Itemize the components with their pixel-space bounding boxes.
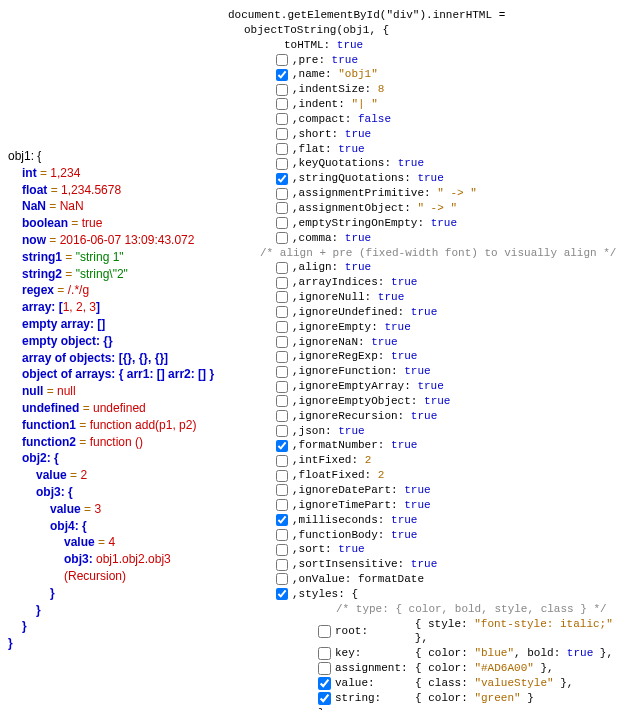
close-brace: } (8, 618, 218, 635)
option-line: ,compact: false (228, 112, 632, 127)
style-body: { class: "valueStyle" }, (415, 676, 573, 691)
prop-null: null = null (8, 383, 218, 400)
option-line: ,align: true (228, 260, 632, 275)
close-brace: } (8, 635, 218, 652)
option-checkbox[interactable] (276, 440, 288, 452)
option-text: ,align: true (292, 260, 371, 275)
option-text: ,emptyStringOnEmpty: true (292, 216, 457, 231)
option-line: ,ignoreEmptyArray: true (228, 379, 632, 394)
option-text: ,stringQuotations: true (292, 171, 444, 186)
option-line: ,indent: "| " (228, 97, 632, 112)
option-checkbox[interactable] (276, 544, 288, 556)
style-checkbox[interactable] (318, 692, 331, 705)
style-label: value: (335, 676, 411, 691)
option-text: ,intFixed: 2 (292, 453, 371, 468)
option-checkbox[interactable] (276, 69, 288, 81)
style-label: root: (335, 624, 411, 639)
styles-comment: /* type: { color, bold, style, class } *… (318, 602, 632, 617)
option-checkbox[interactable] (276, 306, 288, 318)
close-brace: } (8, 602, 218, 619)
option-checkbox[interactable] (276, 410, 288, 422)
option-line: ,formatNumber: true (228, 438, 632, 453)
option-line: ,sortInsensitive: true (228, 557, 632, 572)
option-line: ,comma: true (228, 231, 632, 246)
option-text: ,arrayIndices: true (292, 275, 417, 290)
obj4-recursion: obj3: obj1.obj2.obj3 (Recursion) (8, 551, 218, 585)
option-checkbox[interactable] (276, 262, 288, 274)
option-line: ,ignoreRegExp: true (228, 349, 632, 364)
option-line: ,ignoreNaN: true (228, 335, 632, 350)
prop-now: now = 2016-06-07 13:09:43.072 (8, 232, 218, 249)
option-text: ,milliseconds: true (292, 513, 417, 528)
option-checkbox[interactable] (276, 381, 288, 393)
option-text: ,formatNumber: true (292, 438, 417, 453)
option-line: ,flat: true (228, 142, 632, 157)
option-text: ,ignoreFunction: true (292, 364, 431, 379)
option-checkbox[interactable] (276, 277, 288, 289)
code-header-1: document.getElementById("div").innerHTML… (228, 8, 632, 23)
obj3-open: obj3: { (8, 484, 218, 501)
option-checkbox[interactable] (276, 321, 288, 333)
obj4-value: value = 4 (8, 534, 218, 551)
option-checkbox[interactable] (276, 588, 288, 600)
option-checkbox[interactable] (276, 202, 288, 214)
option-text: ,onValue: formatDate (292, 572, 424, 587)
option-text: ,keyQuotations: true (292, 156, 424, 171)
option-checkbox[interactable] (276, 351, 288, 363)
align-comment: /* align + pre (fixed-width font) to vis… (228, 246, 632, 261)
style-body: { color: "blue", bold: true }, (415, 646, 613, 661)
option-text: ,indent: "| " (292, 97, 378, 112)
style-row: value:{ class: "valueStyle" }, (318, 676, 632, 691)
styles-close: } (318, 706, 632, 710)
style-checkbox[interactable] (318, 677, 331, 690)
option-checkbox[interactable] (276, 113, 288, 125)
option-line: ,ignoreRecursion: true (228, 409, 632, 424)
option-checkbox[interactable] (276, 98, 288, 110)
option-checkbox[interactable] (276, 425, 288, 437)
option-checkbox[interactable] (276, 173, 288, 185)
option-line: ,json: true (228, 424, 632, 439)
option-text: ,short: true (292, 127, 371, 142)
prop-empty-object: empty object: {} (8, 333, 218, 350)
option-checkbox[interactable] (276, 484, 288, 496)
option-checkbox[interactable] (276, 84, 288, 96)
style-checkbox[interactable] (318, 662, 331, 675)
option-checkbox[interactable] (276, 158, 288, 170)
option-checkbox[interactable] (276, 54, 288, 66)
option-checkbox[interactable] (276, 336, 288, 348)
option-checkbox[interactable] (276, 395, 288, 407)
option-line: ,short: true (228, 127, 632, 142)
prop-array: array: [1, 2, 3] (8, 299, 218, 316)
prop-function1: function1 = function add(p1, p2) (8, 417, 218, 434)
option-text: ,styles: { (292, 587, 358, 602)
style-row: root:{ style: "font-style: italic;" }, (318, 617, 632, 647)
option-line: ,stringQuotations: true (228, 171, 632, 186)
prop-float: float = 1,234.5678 (8, 182, 218, 199)
style-row: string:{ color: "green" } (318, 691, 632, 706)
option-checkbox[interactable] (276, 573, 288, 585)
option-checkbox[interactable] (276, 499, 288, 511)
option-text: ,floatFixed: 2 (292, 468, 384, 483)
option-checkbox[interactable] (276, 128, 288, 140)
option-text: ,name: "obj1" (292, 67, 378, 82)
option-checkbox[interactable] (276, 217, 288, 229)
option-checkbox[interactable] (276, 470, 288, 482)
prop-string2: string2 = "string\"2" (8, 266, 218, 283)
option-checkbox[interactable] (276, 232, 288, 244)
option-checkbox[interactable] (276, 529, 288, 541)
option-checkbox[interactable] (276, 455, 288, 467)
style-checkbox[interactable] (318, 647, 331, 660)
option-text: ,ignoreNaN: true (292, 335, 398, 350)
code-header-2: objectToString(obj1, { (228, 23, 632, 38)
option-line: ,ignoreUndefined: true (228, 305, 632, 320)
option-line: ,ignoreEmptyObject: true (228, 394, 632, 409)
style-checkbox[interactable] (318, 625, 331, 638)
option-checkbox[interactable] (276, 188, 288, 200)
option-text: ,ignoreDatePart: true (292, 483, 431, 498)
root-brace: obj1: { (8, 148, 218, 165)
option-checkbox[interactable] (276, 559, 288, 571)
option-checkbox[interactable] (276, 514, 288, 526)
option-checkbox[interactable] (276, 291, 288, 303)
option-checkbox[interactable] (276, 143, 288, 155)
option-checkbox[interactable] (276, 366, 288, 378)
